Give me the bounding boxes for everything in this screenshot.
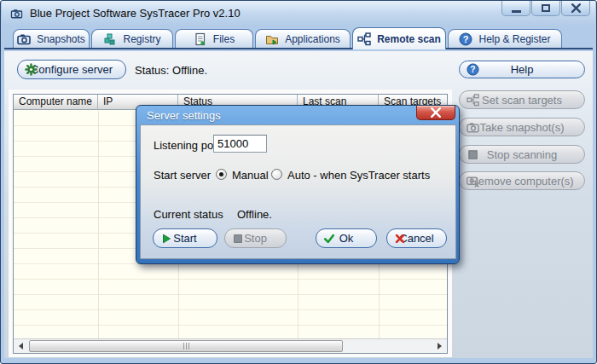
scrollbar-thumb[interactable] <box>29 340 343 352</box>
network-icon <box>467 94 479 107</box>
check-icon <box>323 233 335 245</box>
dialog-content: Listening port Start server Manual Auto … <box>140 124 456 259</box>
tab-help-register[interactable]: Help & Register <box>448 29 562 48</box>
tab-label: Remote scan <box>377 33 441 45</box>
radio-manual-label[interactable]: Manual <box>232 169 269 182</box>
thumb-grip <box>186 343 187 350</box>
camera-remove-icon <box>467 175 479 188</box>
camera-icon <box>467 121 479 134</box>
tab-remote-scan[interactable]: Remote scan <box>352 27 446 49</box>
tab-bar: Snapshots Registry Files Applications Re… <box>4 26 593 49</box>
tab-applications[interactable]: Applications <box>255 29 351 48</box>
network-icon <box>357 32 371 46</box>
window-title: Blue Project Software SysTracer Pro v2.1… <box>30 7 241 20</box>
thumb-grip <box>188 343 189 350</box>
server-settings-dialog: Server settings Listening port Start ser… <box>136 105 460 264</box>
camera-icon <box>17 32 31 46</box>
dialog-title: Server settings <box>147 109 221 122</box>
scroll-right-arrow[interactable] <box>432 339 447 353</box>
help-button[interactable]: Help <box>459 61 585 78</box>
maximize-button[interactable] <box>531 1 560 16</box>
current-status-value: Offline. <box>237 208 272 221</box>
thumb-grip <box>183 343 184 350</box>
minimize-button[interactable] <box>501 1 530 16</box>
set-scan-targets-button[interactable]: Set scan targets <box>459 90 585 109</box>
stop-square-icon <box>467 148 479 161</box>
scroll-left-arrow[interactable] <box>14 339 28 353</box>
titlebar: Blue Project Software SysTracer Pro v2.1… <box>2 1 595 26</box>
listening-port-input[interactable] <box>213 135 267 153</box>
maximize-icon <box>542 4 550 12</box>
radio-auto[interactable] <box>271 169 282 180</box>
stop-scanning-button[interactable]: Stop scanning <box>459 145 585 164</box>
file-icon <box>194 32 207 46</box>
gear-icon <box>25 63 38 76</box>
applications-icon <box>265 32 279 46</box>
remove-computers-button[interactable]: Remove computer(s) <box>459 171 585 190</box>
question-icon <box>459 32 472 46</box>
x-icon <box>394 233 406 245</box>
radio-manual[interactable] <box>216 169 227 180</box>
app-window: Blue Project Software SysTracer Pro v2.1… <box>0 0 597 364</box>
close-icon <box>431 107 441 118</box>
start-button[interactable]: Start <box>153 228 217 248</box>
tab-files[interactable]: Files <box>175 29 253 48</box>
horizontal-scrollbar[interactable] <box>14 338 447 353</box>
tab-label: Snapshots <box>37 33 85 45</box>
take-snapshots-button[interactable]: Take snapshot(s) <box>459 118 585 136</box>
start-server-label: Start server <box>154 169 211 182</box>
stop-square-icon <box>232 233 244 245</box>
tab-label: Registry <box>123 33 160 45</box>
window-controls <box>501 1 590 16</box>
listening-port-label: Listening port <box>154 139 220 152</box>
ok-button[interactable]: Ok <box>316 228 377 248</box>
remote-scan-page: Configure server Status: Offline. Help S… <box>4 51 593 358</box>
tab-registry[interactable]: Registry <box>91 29 173 48</box>
play-icon <box>160 233 172 245</box>
tab-label: Files <box>213 33 235 45</box>
close-button[interactable] <box>561 1 590 16</box>
column-divider <box>98 111 99 338</box>
cancel-button[interactable]: Cancel <box>386 228 447 248</box>
current-status-label: Current status <box>154 208 223 221</box>
server-status-text: Status: Offline. <box>135 64 207 77</box>
tab-label: Applications <box>285 33 340 45</box>
configure-server-button[interactable]: Configure server <box>17 60 126 79</box>
minimize-icon <box>512 10 521 13</box>
stop-button[interactable]: Stop <box>224 228 287 248</box>
radio-auto-label[interactable]: Auto - when SysTracer starts <box>287 169 430 182</box>
tab-snapshots[interactable]: Snapshots <box>13 29 90 48</box>
question-icon <box>467 63 479 76</box>
dialog-close-button[interactable] <box>416 106 455 120</box>
registry-icon <box>103 32 117 46</box>
column-header-computer-name[interactable]: Computer name <box>14 95 98 109</box>
left-arrow-icon <box>19 343 23 350</box>
tab-label: Help & Register <box>478 33 550 45</box>
app-camera-icon <box>9 8 24 20</box>
right-arrow-icon <box>438 343 442 350</box>
close-icon <box>571 3 581 13</box>
